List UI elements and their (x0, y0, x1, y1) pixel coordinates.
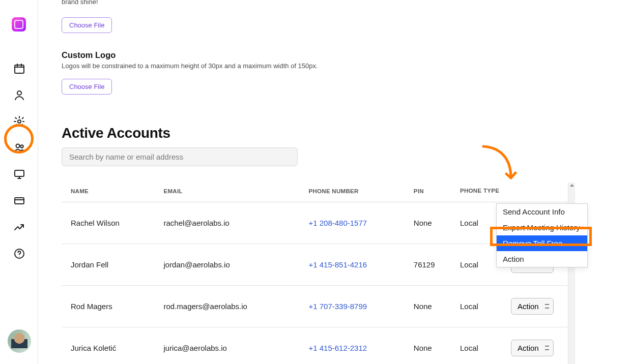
user-icon (13, 89, 24, 100)
col-pin: PIN (410, 183, 456, 202)
svg-point-1 (17, 91, 21, 95)
svg-point-2 (18, 120, 21, 123)
custom-logo-desc: Logos will be constrained to a maximum h… (62, 62, 631, 70)
choose-file-button[interactable]: Choose File (62, 17, 112, 33)
table-row: Jurica Koletićjurica@aerolabs.io+1 415-6… (62, 327, 568, 364)
custom-logo-intro-tail: brand shine! (62, 0, 631, 6)
cell-name: Rachel Wilson (62, 202, 159, 244)
nav-billing[interactable] (9, 190, 29, 210)
nav-analytics[interactable] (9, 217, 29, 237)
table-row: Rod Magersrod.magers@aerolabs.io+1 707-3… (62, 285, 568, 327)
calendar-icon (13, 63, 24, 74)
table-row: Rachel Wilsonrachel@aerolabs.io+1 208-48… (62, 202, 568, 244)
cell-phone[interactable]: +1 707-339-8799 (304, 285, 409, 327)
cell-email: jurica@aerolabs.io (159, 327, 304, 364)
cell-phone-type: Local (456, 327, 507, 364)
page-title: Active Accounts (62, 125, 631, 141)
cell-email: jordan@aerolabs.io (159, 244, 304, 285)
cell-phone[interactable]: +1 208-480-1577 (304, 202, 409, 244)
action-menu-item[interactable]: Export Meeting History (497, 220, 587, 235)
gear-icon (13, 115, 24, 127)
action-menu-item[interactable]: Send Account Info (497, 204, 587, 220)
cell-name: Jordan Fell (62, 244, 159, 285)
cell-phone[interactable]: +1 415-612-2312 (304, 327, 409, 364)
cell-pin: None (410, 285, 456, 327)
user-avatar[interactable] (8, 329, 31, 353)
action-select[interactable]: Action (511, 340, 554, 356)
action-menu-item[interactable]: Action (497, 251, 587, 267)
nav-profile[interactable] (9, 84, 29, 105)
custom-logo-title: Custom Logo (62, 50, 631, 60)
cell-name: Rod Magers (62, 285, 159, 327)
cell-phone-type: Local (456, 285, 507, 327)
nav-help[interactable] (9, 243, 29, 263)
cell-email: rachel@aerolabs.io (159, 202, 304, 244)
cell-pin: 76129 (410, 244, 456, 285)
app-logo-icon[interactable] (12, 17, 26, 32)
trend-up-icon (13, 221, 24, 232)
cell-pin: None (410, 327, 456, 364)
nav-calendar[interactable] (9, 58, 29, 78)
svg-rect-5 (15, 170, 24, 176)
action-menu: Send Account InfoExport Meeting HistoryR… (496, 203, 588, 267)
table-row: Jordan Felljordan@aerolabs.io+1 415-851-… (62, 244, 568, 285)
col-email: EMAIL (159, 183, 304, 202)
accounts-table-wrap: NAME EMAIL PHONE NUMBER PIN PHONE TYPE R… (62, 183, 568, 364)
nav-settings[interactable] (9, 111, 29, 131)
nav-rail (0, 0, 38, 364)
monitor-icon (13, 168, 24, 179)
col-name: NAME (62, 183, 159, 202)
users-icon (13, 142, 24, 153)
cell-phone[interactable]: +1 415-851-4216 (304, 244, 409, 285)
cell-pin: None (410, 202, 456, 244)
svg-rect-6 (15, 198, 24, 204)
cell-email: rod.magers@aerolabs.io (159, 285, 304, 327)
action-select[interactable]: Action (511, 298, 554, 315)
search-box (62, 147, 298, 166)
accounts-table: NAME EMAIL PHONE NUMBER PIN PHONE TYPE R… (62, 183, 568, 364)
nav-display[interactable] (9, 164, 29, 184)
svg-point-8 (19, 256, 19, 256)
nav-team[interactable] (9, 137, 29, 158)
credit-card-icon (13, 195, 24, 206)
col-phone-type: PHONE TYPE (456, 183, 507, 202)
content-area: brand shine! Choose File Custom Logo Log… (38, 0, 631, 364)
svg-point-3 (16, 144, 20, 148)
choose-file-button-2[interactable]: Choose File (62, 79, 112, 95)
help-circle-icon (13, 248, 24, 259)
action-menu-item[interactable]: Remove Toll Free (497, 235, 587, 251)
cell-name: Jurica Koletić (62, 327, 159, 364)
svg-rect-0 (15, 65, 24, 73)
search-input[interactable] (62, 147, 298, 166)
col-phone: PHONE NUMBER (304, 183, 409, 202)
svg-point-4 (20, 145, 23, 147)
